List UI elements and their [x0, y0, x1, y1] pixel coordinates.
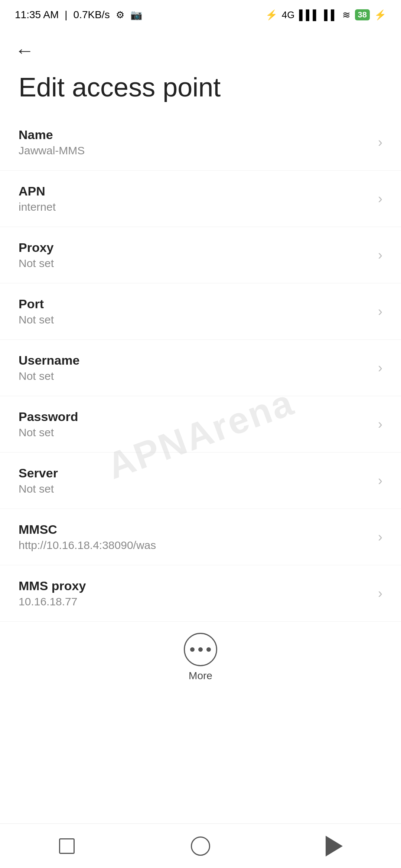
settings-item-value-0: Jawwal-MMS	[19, 144, 371, 157]
video-icon: 📷	[130, 9, 142, 21]
nav-home-button[interactable]	[186, 831, 215, 861]
settings-item[interactable]: Password Not set ›	[0, 396, 401, 453]
network-speed: 0.7KB/s	[74, 9, 110, 21]
chevron-right-icon: ›	[378, 247, 382, 263]
more-circle-icon	[184, 633, 217, 666]
chevron-right-icon: ›	[378, 529, 382, 545]
settings-item-value-4: Not set	[19, 370, 371, 382]
settings-item-content: MMSC http://10.16.18.4:38090/was	[19, 522, 371, 552]
status-left: 11:35 AM | 0.7KB/s ⚙ 📷	[15, 9, 142, 21]
chevron-right-icon: ›	[378, 586, 382, 601]
battery-icon: 38	[355, 9, 370, 20]
time: 11:35 AM	[15, 9, 59, 21]
more-dots-icon	[190, 647, 211, 652]
settings-item-value-5: Not set	[19, 426, 371, 439]
settings-list: Name Jawwal-MMS › APN internet › Proxy N…	[0, 114, 401, 622]
settings-item-content: Server Not set	[19, 466, 371, 495]
settings-item-content: APN internet	[19, 184, 371, 213]
home-icon	[191, 836, 210, 856]
settings-item-content: Username Not set	[19, 353, 371, 382]
wifi-icon: ≋	[342, 9, 351, 21]
settings-item[interactable]: Proxy Not set ›	[0, 227, 401, 283]
charging-icon: ⚡	[374, 9, 386, 21]
settings-item-label-8: MMS proxy	[19, 579, 371, 593]
chevron-right-icon: ›	[378, 135, 382, 150]
settings-item[interactable]: Server Not set ›	[0, 453, 401, 509]
settings-item-label-0: Name	[19, 128, 371, 142]
page-title: Edit access point	[0, 64, 401, 114]
settings-item-content: Password Not set	[19, 410, 371, 439]
settings-item-label-4: Username	[19, 353, 371, 368]
settings-item-content: MMS proxy 10.16.18.77	[19, 579, 371, 608]
signal-bars2-icon: ▌▌	[324, 9, 338, 21]
settings-item-label-3: Port	[19, 297, 371, 311]
nav-bar	[0, 823, 401, 868]
settings-item-content: Proxy Not set	[19, 240, 371, 270]
settings-item-content: Port Not set	[19, 297, 371, 326]
settings-item[interactable]: MMSC http://10.16.18.4:38090/was ›	[0, 509, 401, 565]
settings-item[interactable]: MMS proxy 10.16.18.77 ›	[0, 565, 401, 622]
settings-item-value-7: http://10.16.18.4:38090/was	[19, 539, 371, 552]
settings-item-value-8: 10.16.18.77	[19, 595, 371, 608]
speed-separator: |	[65, 9, 67, 21]
signal-4g-icon: 4G	[282, 9, 295, 21]
settings-item-value-6: Not set	[19, 483, 371, 495]
settings-icon: ⚙	[116, 9, 124, 21]
back-area: ←	[0, 30, 401, 64]
chevron-right-icon: ›	[378, 417, 382, 432]
settings-item[interactable]: Name Jawwal-MMS ›	[0, 114, 401, 171]
back-button[interactable]: ←	[15, 41, 386, 60]
settings-item-label-2: Proxy	[19, 240, 371, 255]
settings-item-label-6: Server	[19, 466, 371, 480]
more-label: More	[189, 670, 212, 682]
settings-item[interactable]: APN internet ›	[0, 171, 401, 227]
settings-item-value-1: internet	[19, 201, 371, 213]
recents-icon	[59, 838, 75, 854]
more-button-area[interactable]: More	[0, 622, 401, 689]
status-bar: 11:35 AM | 0.7KB/s ⚙ 📷 ⚡ 4G ▌▌▌ ▌▌ ≋ 38 …	[0, 0, 401, 30]
settings-item[interactable]: Username Not set ›	[0, 340, 401, 396]
nav-recents-button[interactable]	[52, 831, 82, 861]
bluetooth-icon: ⚡	[265, 9, 277, 21]
settings-item-value-3: Not set	[19, 313, 371, 326]
settings-item-content: Name Jawwal-MMS	[19, 128, 371, 157]
back-nav-icon	[326, 836, 343, 857]
settings-item-label-1: APN	[19, 184, 371, 198]
signal-bars-icon: ▌▌▌	[299, 9, 319, 21]
chevron-right-icon: ›	[378, 473, 382, 489]
nav-back-button[interactable]	[319, 831, 349, 861]
chevron-right-icon: ›	[378, 360, 382, 376]
chevron-right-icon: ›	[378, 304, 382, 319]
settings-item-label-5: Password	[19, 410, 371, 424]
settings-item[interactable]: Port Not set ›	[0, 283, 401, 340]
status-right: ⚡ 4G ▌▌▌ ▌▌ ≋ 38 ⚡	[265, 9, 386, 21]
settings-item-label-7: MMSC	[19, 522, 371, 537]
chevron-right-icon: ›	[378, 191, 382, 207]
settings-item-value-2: Not set	[19, 257, 371, 270]
